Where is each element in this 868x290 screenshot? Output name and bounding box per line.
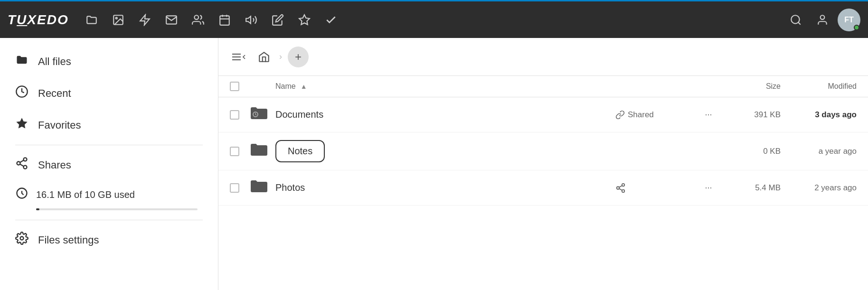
svg-point-17 bbox=[24, 166, 27, 169]
column-size-header[interactable]: Size bbox=[724, 82, 781, 91]
notes-size: 0 KB bbox=[763, 147, 781, 156]
logo-underline-letter: U bbox=[17, 12, 27, 27]
star-sidebar-icon bbox=[15, 117, 28, 133]
column-modified-header[interactable]: Modified bbox=[781, 82, 857, 91]
file-row-notes[interactable]: Notes 0 KB a year ago bbox=[218, 132, 868, 170]
avatar-initials: FT bbox=[844, 16, 854, 24]
file-list: Name ▲ Size Modified bbox=[218, 76, 868, 290]
star-nav-icon[interactable] bbox=[293, 9, 316, 31]
avatar[interactable]: FT bbox=[838, 9, 860, 31]
sidebar-favorites-label: Favorites bbox=[38, 119, 81, 131]
sidebar-toggle-button[interactable] bbox=[230, 47, 249, 66]
documents-folder-icon bbox=[249, 105, 270, 122]
calendar-nav-icon[interactable] bbox=[213, 9, 236, 31]
sidebar-storage: 16.1 MB of 10 GB used bbox=[0, 181, 218, 216]
sidebar-settings-label: Files settings bbox=[38, 234, 99, 246]
svg-line-18 bbox=[20, 164, 24, 167]
select-all-checkbox[interactable] bbox=[230, 82, 239, 91]
sidebar-all-files-label: All files bbox=[38, 56, 71, 68]
svg-line-19 bbox=[20, 160, 24, 163]
home-breadcrumb[interactable] bbox=[255, 47, 274, 66]
svg-point-1 bbox=[115, 17, 117, 19]
photos-size: 5.4 MB bbox=[755, 183, 781, 192]
documents-size: 391 KB bbox=[754, 110, 781, 119]
sidebar-divider-2 bbox=[15, 220, 203, 220]
notes-name: Notes bbox=[288, 146, 312, 156]
sort-arrow-icon: ▲ bbox=[301, 83, 307, 90]
svg-point-10 bbox=[791, 15, 799, 23]
photos-nav-icon[interactable] bbox=[107, 9, 130, 31]
plus-icon: + bbox=[295, 50, 302, 64]
sidebar-item-shares[interactable]: Shares bbox=[0, 149, 218, 181]
photos-name: Photos bbox=[275, 182, 305, 193]
notes-name-highlighted: Notes bbox=[275, 140, 325, 162]
main-layout: All files Recent Favorites Shares bbox=[0, 38, 868, 290]
notes-checkbox[interactable] bbox=[230, 147, 239, 156]
documents-more-button[interactable]: ··· bbox=[701, 107, 716, 122]
svg-point-26 bbox=[622, 183, 625, 186]
folder-icon bbox=[15, 53, 28, 70]
sidebar-shares-label: Shares bbox=[38, 159, 71, 171]
avatar-online-dot bbox=[854, 25, 859, 30]
breadcrumb-bar: › + bbox=[218, 38, 868, 76]
mail-nav-icon[interactable] bbox=[160, 9, 183, 31]
storage-label: 16.1 MB of 10 GB used bbox=[36, 189, 135, 200]
sidebar-item-favorites[interactable]: Favorites bbox=[0, 109, 218, 141]
check-nav-icon[interactable] bbox=[320, 9, 342, 31]
activity-nav-icon[interactable] bbox=[133, 9, 156, 31]
account-icon[interactable] bbox=[811, 9, 834, 31]
sidebar-item-all-files[interactable]: All files bbox=[0, 46, 218, 77]
files-nav-icon[interactable] bbox=[80, 9, 103, 31]
storage-bar bbox=[36, 208, 198, 210]
documents-shared-badge: Shared bbox=[615, 110, 701, 120]
svg-point-28 bbox=[622, 189, 625, 192]
documents-name: Documents bbox=[275, 109, 323, 120]
storage-icon bbox=[15, 187, 28, 203]
breadcrumb-separator: › bbox=[279, 52, 282, 62]
audio-nav-icon[interactable] bbox=[240, 9, 263, 31]
clock-icon bbox=[15, 85, 28, 102]
svg-line-29 bbox=[619, 188, 622, 190]
contacts-nav-icon[interactable] bbox=[187, 9, 209, 31]
documents-modified: 3 days ago bbox=[815, 110, 857, 119]
file-list-header: Name ▲ Size Modified bbox=[218, 76, 868, 97]
svg-line-11 bbox=[798, 22, 801, 25]
svg-point-3 bbox=[194, 15, 198, 19]
svg-point-27 bbox=[617, 187, 620, 189]
file-row-photos[interactable]: Photos ··· 5.4 MB 2 years ago bbox=[218, 170, 868, 206]
pencil-nav-icon[interactable] bbox=[266, 9, 289, 31]
photos-share-icon bbox=[615, 183, 701, 193]
sidebar-item-settings[interactable]: Files settings bbox=[0, 224, 218, 256]
svg-marker-8 bbox=[246, 16, 251, 23]
svg-marker-9 bbox=[299, 15, 310, 25]
new-folder-button[interactable]: + bbox=[288, 47, 309, 67]
svg-point-16 bbox=[17, 162, 20, 165]
photos-checkbox[interactable] bbox=[230, 183, 239, 193]
column-name-header[interactable]: Name ▲ bbox=[275, 82, 615, 91]
documents-shared-label: Shared bbox=[628, 110, 654, 120]
svg-point-21 bbox=[20, 237, 24, 240]
share-icon bbox=[615, 183, 626, 193]
search-icon[interactable] bbox=[784, 9, 807, 31]
storage-bar-fill bbox=[36, 208, 39, 210]
svg-line-30 bbox=[619, 185, 622, 187]
photos-folder-icon bbox=[249, 178, 270, 195]
notes-modified: a year ago bbox=[819, 147, 857, 156]
sidebar-recent-label: Recent bbox=[38, 87, 71, 100]
topbar: TUXEDO FT bbox=[0, 0, 868, 38]
app-logo: TUXEDO bbox=[8, 12, 69, 28]
sidebar: All files Recent Favorites Shares bbox=[0, 38, 218, 290]
file-row-documents[interactable]: Documents Shared ··· 391 KB 3 days ago bbox=[218, 97, 868, 132]
sidebar-item-recent[interactable]: Recent bbox=[0, 77, 218, 109]
link-icon bbox=[615, 110, 625, 120]
svg-point-12 bbox=[821, 15, 825, 19]
documents-checkbox[interactable] bbox=[230, 110, 239, 120]
gear-icon bbox=[15, 232, 28, 248]
photos-more-button[interactable]: ··· bbox=[701, 180, 716, 196]
content-area: › + Name ▲ Size bbox=[218, 38, 868, 290]
svg-marker-14 bbox=[16, 118, 27, 128]
svg-marker-2 bbox=[140, 15, 150, 25]
photos-modified: 2 years ago bbox=[814, 183, 857, 192]
share-sidebar-icon bbox=[15, 157, 28, 173]
sidebar-divider bbox=[15, 145, 203, 145]
